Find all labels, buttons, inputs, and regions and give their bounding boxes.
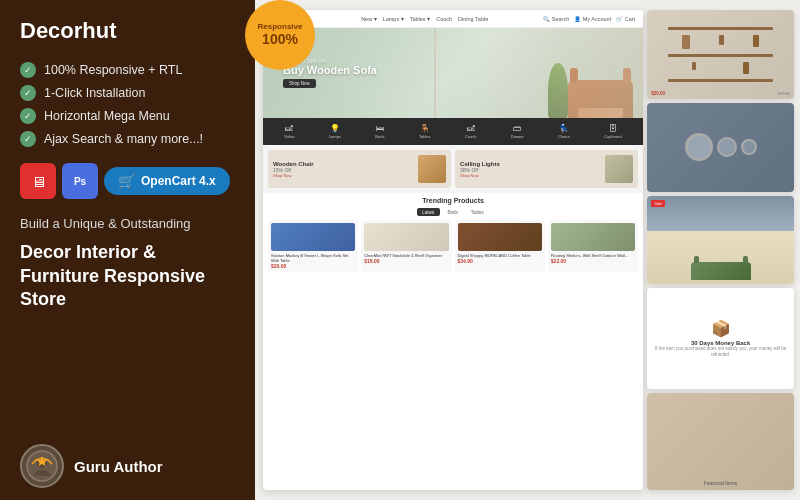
category-row: 🛋Sofas 💡Lamps 🛏Beds 🪑Tables 🛋Couch 🗃Draw… <box>263 118 643 145</box>
side-card-return: 📦 30 Days Money Back If the item you pur… <box>647 288 794 389</box>
promo-link-1[interactable]: Shop Now <box>273 173 415 178</box>
feature-item-4: ✓ Ajax Search & many more...! <box>20 131 235 147</box>
sidebar-tagline: Build a Unique & Outstanding <box>20 215 235 233</box>
side-card-mirrors <box>647 103 794 192</box>
promo-lamp-image <box>605 155 633 183</box>
side-card-shelves: $20.00 $30.00 <box>647 10 794 99</box>
filter-tab-beds[interactable]: Beds <box>443 208 463 216</box>
filter-tab-tables[interactable]: Tables <box>466 208 489 216</box>
check-icon: ✓ <box>20 131 36 147</box>
cat-beds[interactable]: 🛏Beds <box>375 124 384 139</box>
preview-container: Decorhut New ▾ Lamps ▾ Tables ▾ Couch Di… <box>255 0 800 500</box>
product-card-2[interactable]: ClearMini RWT Stackable 3-Shelf Organize… <box>361 220 451 272</box>
sidebar: Decorhut ✓ 100% Responsive + RTL ✓ 1-Cli… <box>0 0 255 500</box>
cat-tables[interactable]: 🪑Tables <box>419 124 431 139</box>
preview-main: Decorhut New ▾ Lamps ▾ Tables ▾ Couch Di… <box>263 10 643 490</box>
product-grid: Stocton Mackey B Seater L Shape Sofa Set… <box>268 220 638 272</box>
monitor-icon: 🖥 <box>20 163 56 199</box>
cat-sofas[interactable]: 🛋Sofas <box>284 124 294 139</box>
cart-icon: 🛒 <box>118 173 135 189</box>
product-image-4 <box>551 223 635 251</box>
feature-item-3: ✓ Horizontal Mega Menu <box>20 108 235 124</box>
cat-lamps[interactable]: 💡Lamps <box>329 124 341 139</box>
cat-chairs[interactable]: 💺Chairs <box>558 124 570 139</box>
product-card-1[interactable]: Stocton Mackey B Seater L Shape Sofa Set… <box>268 220 358 272</box>
product-image-2 <box>364 223 448 251</box>
check-icon: ✓ <box>20 85 36 101</box>
hero-banner: Get Up To 30% Off Buy Wooden Sofa Shop N… <box>263 28 643 118</box>
feature-list: ✓ 100% Responsive + RTL ✓ 1-Click Instal… <box>20 62 235 147</box>
shelf-price: $20.00 <box>651 91 665 96</box>
cat-cupboard[interactable]: 🗄Cupboard <box>604 124 622 139</box>
cat-couch[interactable]: 🛋Couch <box>465 124 477 139</box>
promo-card-2: Celling Lights 30% Off Shop Now <box>455 150 638 188</box>
sidebar-main-title: Decor Interior & Furniture Responsive St… <box>20 241 235 311</box>
return-icon: 📦 <box>711 319 731 338</box>
badge-row: 🖥 Ps 🛒 OpenCart 4.x <box>20 163 235 199</box>
product-image-3 <box>458 223 542 251</box>
side-card-sofa: Sale <box>647 196 794 285</box>
promo-card-1: Wooden Chair 15% Off Shop Now <box>268 150 451 188</box>
promo-link-2[interactable]: Shop Now <box>460 173 602 178</box>
check-icon: ✓ <box>20 62 36 78</box>
hero-btn[interactable]: Shop Now <box>283 79 316 88</box>
author-row: Guru Author <box>20 436 235 488</box>
preview-side: $20.00 $30.00 Sale <box>647 10 794 490</box>
product-card-4[interactable]: Floating Shelves, Wall Shelf Outdoor Wal… <box>548 220 638 272</box>
main-content: Decorhut New ▾ Lamps ▾ Tables ▾ Couch Di… <box>255 0 800 500</box>
promo-row: Wooden Chair 15% Off Shop Now Celling Li… <box>263 145 643 193</box>
filter-tabs: Latest Beds Tables <box>268 208 638 216</box>
side-card-last: Featured Items <box>647 393 794 490</box>
cat-drawer[interactable]: 🗃Drawer <box>511 124 524 139</box>
store-nav-links: New ▾ Lamps ▾ Tables ▾ Couch Dining Tabl… <box>361 16 488 22</box>
avatar <box>20 444 64 488</box>
sale-tag: Sale <box>651 200 665 207</box>
feature-item-1: ✓ 100% Responsive + RTL <box>20 62 235 78</box>
sidebar-title: Decorhut <box>20 18 235 44</box>
store-nav-actions: 🔍 Search 👤 My Account 🛒 Cart <box>543 16 635 22</box>
trending-title: Trending Products <box>268 197 638 204</box>
product-card-3[interactable]: Digital Shoppy MORELAND Coffee Table $34… <box>455 220 545 272</box>
photoshop-icon: Ps <box>62 163 98 199</box>
feature-item-2: ✓ 1-Click Installation <box>20 85 235 101</box>
store-nav: Decorhut New ▾ Lamps ▾ Tables ▾ Couch Di… <box>263 10 643 28</box>
return-text: If the item you purchased does not satis… <box>653 346 788 358</box>
opencart-badge: 🛒 OpenCart 4.x <box>104 167 230 195</box>
filter-tab-latest[interactable]: Latest <box>417 208 439 216</box>
responsive-badge: Responsive 100% <box>245 0 315 70</box>
promo-chair-image <box>418 155 446 183</box>
product-image-1 <box>271 223 355 251</box>
shelf-old-price: $30.00 <box>778 91 790 96</box>
trending-section: Trending Products Latest Beds Tables Sto… <box>263 193 643 276</box>
author-name: Guru Author <box>74 458 163 475</box>
check-icon: ✓ <box>20 108 36 124</box>
